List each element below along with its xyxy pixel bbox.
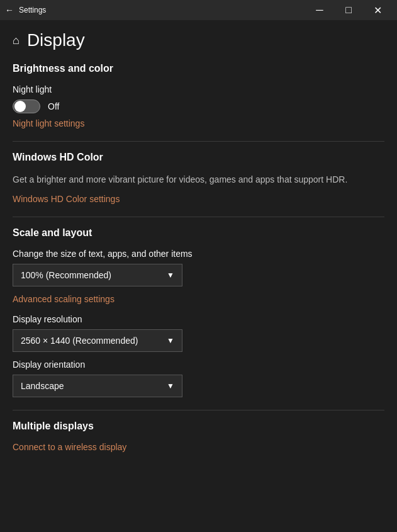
multiple-displays-title: Multiple displays bbox=[13, 421, 384, 432]
title-bar: ← Settings ─ □ ✕ bbox=[0, 0, 397, 20]
change-size-label: Change the size of text, apps, and other… bbox=[13, 249, 384, 259]
maximize-button[interactable]: □ bbox=[334, 0, 363, 20]
night-light-label: Night light bbox=[13, 84, 384, 94]
night-light-settings-link[interactable]: Night light settings bbox=[13, 118, 84, 128]
night-light-toggle-row: Off bbox=[13, 99, 384, 113]
hd-color-description: Get a brighter and more vibrant picture … bbox=[13, 173, 384, 186]
connect-wireless-link[interactable]: Connect to a wireless display bbox=[13, 442, 126, 452]
title-bar-left: ← Settings bbox=[5, 5, 46, 15]
scale-layout-section: Scale and layout Change the size of text… bbox=[13, 227, 384, 397]
minimize-button[interactable]: ─ bbox=[305, 0, 334, 20]
back-icon[interactable]: ← bbox=[5, 5, 14, 15]
orientation-dropdown[interactable]: Landscape ▼ bbox=[13, 375, 182, 397]
advanced-scaling-link[interactable]: Advanced scaling settings bbox=[13, 294, 115, 304]
divider-2 bbox=[13, 217, 384, 217]
home-icon: ⌂ bbox=[13, 34, 20, 47]
close-button[interactable]: ✕ bbox=[363, 0, 392, 20]
title-bar-controls: ─ □ ✕ bbox=[305, 0, 392, 20]
page-title: Display bbox=[27, 30, 85, 50]
scale-dropdown[interactable]: 100% (Recommended) ▼ bbox=[13, 264, 182, 286]
orientation-dropdown-value: Landscape bbox=[21, 381, 64, 391]
hd-color-section: Windows HD Color Get a brighter and more… bbox=[13, 152, 384, 204]
toggle-status: Off bbox=[48, 101, 59, 111]
divider-3 bbox=[13, 410, 384, 410]
resolution-dropdown-value: 2560 × 1440 (Recommended) bbox=[21, 336, 138, 346]
scale-dropdown-value: 100% (Recommended) bbox=[21, 270, 111, 280]
resolution-label: Display resolution bbox=[13, 314, 384, 324]
night-light-toggle[interactable] bbox=[13, 99, 40, 113]
hd-color-section-title: Windows HD Color bbox=[13, 152, 384, 163]
orientation-label: Display orientation bbox=[13, 359, 384, 370]
brightness-section: Brightness and color Night light Off Nig… bbox=[13, 63, 384, 128]
scale-dropdown-arrow: ▼ bbox=[167, 271, 174, 280]
page-header: ⌂ Display bbox=[0, 20, 397, 58]
multiple-displays-section: Multiple displays Connect to a wireless … bbox=[13, 421, 384, 452]
content-area: Brightness and color Night light Off Nig… bbox=[0, 58, 397, 529]
divider-1 bbox=[13, 141, 384, 142]
scale-layout-section-title: Scale and layout bbox=[13, 227, 384, 239]
resolution-dropdown[interactable]: 2560 × 1440 (Recommended) ▼ bbox=[13, 329, 182, 352]
orientation-dropdown-arrow: ▼ bbox=[167, 382, 174, 390]
resolution-dropdown-arrow: ▼ bbox=[167, 336, 174, 345]
hd-color-settings-link[interactable]: Windows HD Color settings bbox=[13, 194, 120, 204]
toggle-thumb bbox=[14, 101, 26, 112]
title-bar-title: Settings bbox=[19, 6, 46, 14]
brightness-section-title: Brightness and color bbox=[13, 63, 384, 74]
